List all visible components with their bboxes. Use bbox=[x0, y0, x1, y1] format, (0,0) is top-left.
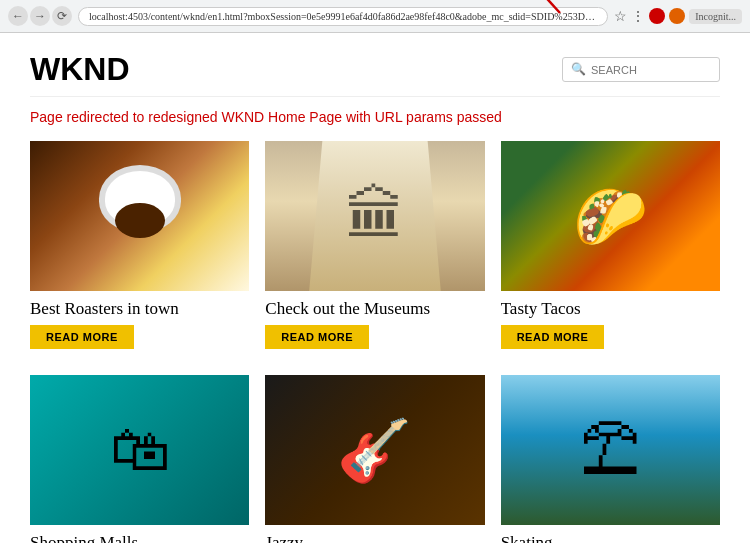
card-tacos: Tasty Tacos READ MORE bbox=[501, 141, 720, 359]
read-more-tacos[interactable]: READ MORE bbox=[501, 325, 605, 349]
card-coffee: Best Roasters in town READ MORE bbox=[30, 141, 249, 359]
card-image-jazz bbox=[265, 375, 484, 525]
site-logo: WKND bbox=[30, 51, 130, 88]
incognito-label: Incognit... bbox=[689, 9, 742, 24]
search-box[interactable]: 🔍 bbox=[562, 57, 720, 82]
cards-grid: Best Roasters in town READ MORE Check ou… bbox=[30, 141, 720, 543]
search-input[interactable] bbox=[591, 64, 711, 76]
card-title-museum: Check out the Museums bbox=[265, 299, 484, 319]
browser-actions: ☆ ⋮ Incognit... bbox=[614, 8, 742, 25]
back-button[interactable]: ← bbox=[8, 6, 28, 26]
card-title-shopping: Shopping Malls bbox=[30, 533, 249, 543]
card-title-coffee: Best Roasters in town bbox=[30, 299, 249, 319]
search-icon: 🔍 bbox=[571, 62, 586, 77]
card-image-coffee bbox=[30, 141, 249, 291]
reload-button[interactable]: ⟳ bbox=[52, 6, 72, 26]
site-header: WKND 🔍 bbox=[30, 33, 720, 97]
card-title-tacos: Tasty Tacos bbox=[501, 299, 720, 319]
card-skating: Skating READ MORE bbox=[501, 375, 720, 543]
card-jazz: Jazzy READ MORE bbox=[265, 375, 484, 543]
card-title-skating: Skating bbox=[501, 533, 720, 543]
read-more-museum[interactable]: READ MORE bbox=[265, 325, 369, 349]
card-museum: Check out the Museums READ MORE bbox=[265, 141, 484, 359]
card-image-skating bbox=[501, 375, 720, 525]
svg-line-1 bbox=[510, 0, 560, 13]
card-image-tacos bbox=[501, 141, 720, 291]
read-more-coffee[interactable]: READ MORE bbox=[30, 325, 134, 349]
forward-button[interactable]: → bbox=[30, 6, 50, 26]
nav-buttons: ← → ⟳ bbox=[8, 6, 72, 26]
card-image-museum bbox=[265, 141, 484, 291]
card-image-shopping bbox=[30, 375, 249, 525]
redirect-notice: Page redirected to redesigned WKND Home … bbox=[30, 101, 720, 137]
card-shopping: Shopping Malls READ MORE bbox=[30, 375, 249, 543]
card-title-jazz: Jazzy bbox=[265, 533, 484, 543]
browser-chrome: ← → ⟳ localhost:4503/content/wknd/en1.ht… bbox=[0, 0, 750, 33]
